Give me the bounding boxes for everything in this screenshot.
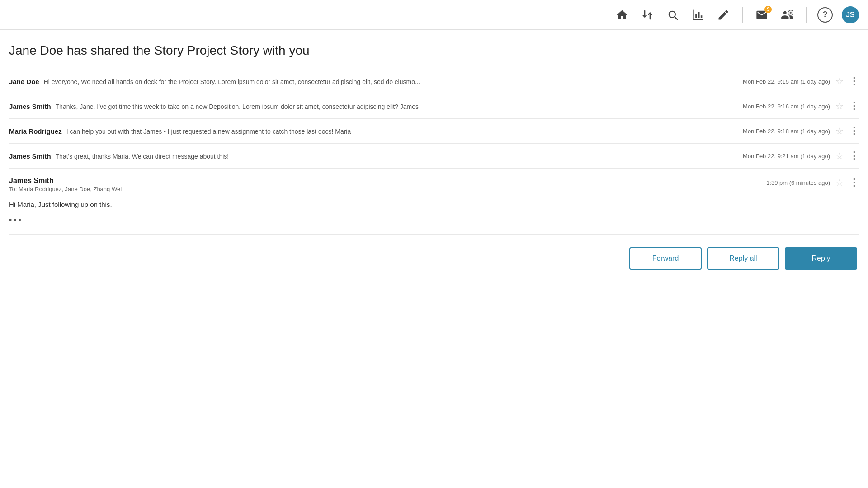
more-icon-3[interactable]: ⋮ bbox=[849, 125, 859, 137]
message-body: Hi Maria, Just following up on this. bbox=[9, 200, 859, 210]
sender-1: Jane Doe bbox=[9, 78, 39, 85]
message-right-3: Mon Feb 22, 9:18 am (1 day ago) ☆ ⋮ bbox=[743, 125, 859, 137]
star-icon-2[interactable]: ☆ bbox=[835, 101, 844, 112]
star-icon-3[interactable]: ☆ bbox=[835, 126, 844, 136]
time-2: Mon Feb 22, 9:16 am (1 day ago) bbox=[743, 103, 830, 110]
more-icon-4[interactable]: ⋮ bbox=[849, 150, 859, 162]
sender-4: James Smith bbox=[9, 152, 51, 160]
message-dots: ••• bbox=[9, 216, 859, 225]
expanded-to: To: Maria Rodriguez, Jane Doe, Zhang Wei bbox=[9, 186, 766, 192]
svg-rect-1 bbox=[698, 12, 700, 18]
more-icon-2[interactable]: ⋮ bbox=[849, 100, 859, 112]
nav-divider-2 bbox=[806, 7, 807, 23]
message-row[interactable]: James Smith Thanks, Jane. I've got time … bbox=[9, 94, 859, 119]
star-icon-1[interactable]: ☆ bbox=[835, 76, 844, 87]
navbar-icons: 9 ? JS bbox=[614, 6, 859, 23]
nav-divider-1 bbox=[742, 7, 743, 23]
message-row[interactable]: James Smith That's great, thanks Maria. … bbox=[9, 144, 859, 169]
sort-icon[interactable] bbox=[639, 7, 656, 23]
expanded-sender-block: James Smith To: Maria Rodriguez, Jane Do… bbox=[9, 177, 766, 192]
mail-icon[interactable]: 9 bbox=[754, 7, 770, 23]
expanded-header: James Smith To: Maria Rodriguez, Jane Do… bbox=[9, 177, 859, 192]
preview-2: Thanks, Jane. I've got time this week to… bbox=[56, 103, 419, 110]
message-left-1: Jane Doe Hi everyone, We need all hands … bbox=[9, 78, 734, 85]
preview-4: That's great, thanks Maria. We can direc… bbox=[56, 153, 229, 160]
time-1: Mon Feb 22, 9:15 am (1 day ago) bbox=[743, 78, 830, 85]
more-icon-1[interactable]: ⋮ bbox=[849, 75, 859, 87]
expanded-right: 1:39 pm (6 minutes ago) ☆ ⋮ bbox=[766, 177, 859, 188]
svg-rect-2 bbox=[701, 15, 703, 18]
expanded-time: 1:39 pm (6 minutes ago) bbox=[766, 179, 830, 186]
message-row[interactable]: Maria Rodriguez I can help you out with … bbox=[9, 119, 859, 144]
sender-3: Maria Rodriguez bbox=[9, 127, 62, 135]
navbar: 9 ? JS bbox=[0, 0, 868, 30]
help-icon[interactable]: ? bbox=[817, 7, 833, 23]
home-icon[interactable] bbox=[614, 7, 630, 23]
time-4: Mon Feb 22, 9:21 am (1 day ago) bbox=[743, 153, 830, 160]
expanded-message: James Smith To: Maria Rodriguez, Jane Do… bbox=[9, 169, 859, 235]
expanded-sender: James Smith bbox=[9, 177, 766, 185]
message-right-1: Mon Feb 22, 9:15 am (1 day ago) ☆ ⋮ bbox=[743, 75, 859, 87]
users-icon[interactable] bbox=[779, 7, 795, 23]
forward-button[interactable]: Forward bbox=[629, 247, 702, 270]
avatar[interactable]: JS bbox=[842, 6, 859, 23]
body-line1: Hi Maria, Just following up on this. bbox=[9, 200, 859, 210]
star-icon-expanded[interactable]: ☆ bbox=[835, 177, 844, 188]
main-content: Jane Doe has shared the Story Project St… bbox=[0, 30, 868, 279]
email-subject: Jane Doe has shared the Story Project St… bbox=[9, 43, 859, 58]
search-icon[interactable] bbox=[665, 7, 681, 23]
message-right-2: Mon Feb 22, 9:16 am (1 day ago) ☆ ⋮ bbox=[743, 100, 859, 112]
message-left-2: James Smith Thanks, Jane. I've got time … bbox=[9, 103, 734, 110]
message-left-4: James Smith That's great, thanks Maria. … bbox=[9, 152, 734, 160]
chart-icon[interactable] bbox=[690, 7, 706, 23]
time-3: Mon Feb 22, 9:18 am (1 day ago) bbox=[743, 128, 830, 135]
message-right-4: Mon Feb 22, 9:21 am (1 day ago) ☆ ⋮ bbox=[743, 150, 859, 162]
sender-2: James Smith bbox=[9, 103, 51, 110]
message-row[interactable]: Jane Doe Hi everyone, We need all hands … bbox=[9, 69, 859, 94]
mail-badge: 9 bbox=[764, 6, 772, 13]
preview-1: Hi everyone, We need all hands on deck f… bbox=[44, 78, 420, 85]
reply-button[interactable]: Reply bbox=[785, 247, 857, 270]
reply-all-button[interactable]: Reply all bbox=[707, 247, 779, 270]
edit-icon[interactable] bbox=[715, 7, 731, 23]
message-left-3: Maria Rodriguez I can help you out with … bbox=[9, 127, 734, 135]
expanded-recipients: Maria Rodriguez, Jane Doe, Zhang Wei bbox=[19, 186, 122, 192]
svg-rect-0 bbox=[695, 14, 697, 18]
more-icon-expanded[interactable]: ⋮ bbox=[849, 177, 859, 188]
star-icon-4[interactable]: ☆ bbox=[835, 150, 844, 161]
action-buttons: Forward Reply all Reply bbox=[9, 247, 859, 270]
preview-3: I can help you out with that James - I j… bbox=[66, 128, 351, 135]
expanded-to-label: To: bbox=[9, 186, 17, 192]
